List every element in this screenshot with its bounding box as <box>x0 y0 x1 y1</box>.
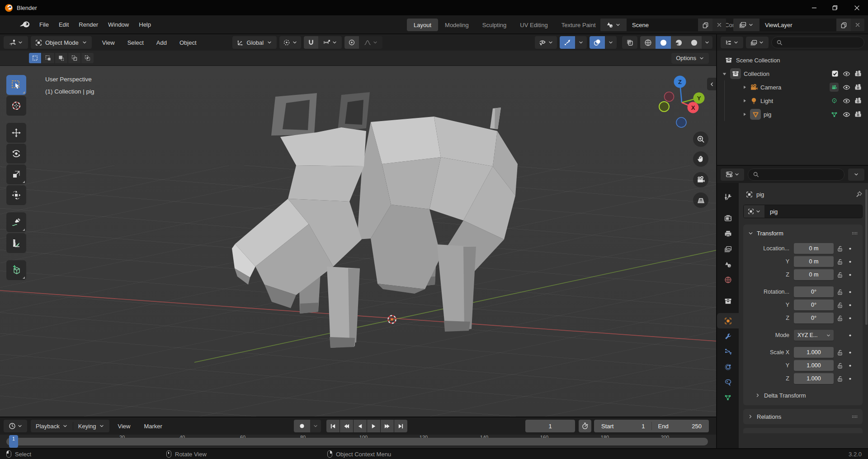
orientation-dropdown[interactable]: Global <box>232 36 277 49</box>
animate-dot[interactable] <box>845 376 854 382</box>
outliner-search-field[interactable] <box>771 37 864 48</box>
options-dropdown[interactable]: Options <box>671 53 709 64</box>
expand-arrow-icon[interactable] <box>742 84 747 90</box>
viewlayer-browse-button[interactable] <box>733 19 760 31</box>
viewlayer-new-button[interactable] <box>836 19 851 31</box>
navigation-gizmo[interactable]: Z Y X <box>656 75 707 132</box>
tab-scene[interactable] <box>717 257 739 272</box>
app-menu-blender-icon[interactable] <box>20 21 30 28</box>
select-mode-intersect[interactable] <box>81 53 94 63</box>
menu-file[interactable]: File <box>34 18 54 31</box>
jump-to-start-button[interactable] <box>326 420 340 432</box>
menu-window[interactable]: Window <box>103 18 134 31</box>
tab-output[interactable] <box>717 226 739 241</box>
hide-eye-toggle[interactable] <box>843 84 850 91</box>
outliner-row-scene-collection[interactable]: Scene Collection <box>717 53 868 67</box>
outliner-row-light[interactable]: Light <box>724 94 868 108</box>
gizmos-dropdown[interactable] <box>575 36 587 49</box>
viewlayer-name-field[interactable]: ViewLayer <box>760 19 836 31</box>
animate-dot[interactable] <box>845 259 854 265</box>
drag-dots-icon[interactable] <box>851 230 858 237</box>
show-gizmos-toggle[interactable] <box>560 36 575 49</box>
tab-object[interactable] <box>717 313 739 328</box>
hide-eye-toggle[interactable] <box>843 70 850 78</box>
tab-layout[interactable]: Layout <box>407 19 438 31</box>
lock-icon[interactable] <box>834 315 845 322</box>
animate-dot[interactable] <box>845 350 854 356</box>
render-visibility-toggle[interactable] <box>854 84 862 91</box>
end-frame-field[interactable]: End250 <box>652 423 709 430</box>
object-name-field[interactable]: pig <box>743 205 863 218</box>
mode-dropdown[interactable]: Object Mode <box>31 36 92 49</box>
properties-options-dropdown[interactable] <box>848 169 864 181</box>
show-overlays-toggle[interactable] <box>590 36 605 49</box>
tab-physics[interactable] <box>717 359 739 375</box>
hide-eye-toggle[interactable] <box>843 97 850 105</box>
menu-view[interactable]: View <box>97 36 120 49</box>
lock-icon[interactable] <box>834 362 845 369</box>
tab-tool[interactable] <box>717 189 739 205</box>
outliner-display-mode-dropdown[interactable] <box>721 37 743 48</box>
scale-z-field[interactable]: 1.000 <box>794 373 834 384</box>
tab-view-layer[interactable] <box>717 241 739 257</box>
snap-settings-dropdown[interactable] <box>318 36 342 49</box>
drag-dots-icon[interactable] <box>851 413 858 420</box>
properties-editor-type-button[interactable] <box>721 169 744 181</box>
select-mode-invert[interactable] <box>68 53 80 63</box>
zoom-view-button[interactable] <box>693 131 708 147</box>
object-visibility-dropdown[interactable] <box>535 36 557 49</box>
menu-help[interactable]: Help <box>134 18 156 31</box>
select-mode-extend[interactable] <box>42 53 54 63</box>
menu-object[interactable]: Object <box>175 36 202 49</box>
tab-render[interactable] <box>717 211 739 226</box>
close-button[interactable] <box>845 0 868 15</box>
properties-search-field[interactable] <box>748 169 844 181</box>
delta-transform-subpanel[interactable]: Delta Transform <box>743 389 863 402</box>
scene-browse-button[interactable] <box>600 19 627 31</box>
menu-marker[interactable]: Marker <box>139 420 167 432</box>
hide-eye-toggle[interactable] <box>843 111 850 118</box>
timeline-scrollbar[interactable] <box>6 438 708 445</box>
start-frame-field[interactable]: Start1 <box>594 423 651 430</box>
tab-uv-editing[interactable]: UV Editing <box>513 19 554 31</box>
menu-edit[interactable]: Edit <box>54 18 74 31</box>
lock-icon[interactable] <box>834 272 845 278</box>
animate-dot[interactable] <box>845 302 854 308</box>
tool-scale[interactable] <box>6 164 26 184</box>
tool-cursor[interactable] <box>6 96 26 116</box>
overlays-dropdown[interactable] <box>605 36 617 49</box>
scene-new-button[interactable] <box>698 19 712 31</box>
sidebar-collapse-arrow[interactable] <box>707 78 716 90</box>
rotation-z-field[interactable]: 0° <box>794 313 834 323</box>
tab-object-data[interactable] <box>717 390 739 405</box>
outliner-row-camera[interactable]: Camera <box>724 80 868 94</box>
perspective-toggle-button[interactable] <box>693 192 708 208</box>
proportional-falloff-dropdown[interactable] <box>359 36 382 49</box>
use-preview-range-toggle[interactable] <box>579 420 591 432</box>
rotation-mode-select[interactable]: XYZ E... <box>794 330 834 341</box>
menu-render[interactable]: Render <box>74 18 103 31</box>
lock-icon[interactable] <box>834 375 845 382</box>
menu-timeline-view[interactable]: View <box>113 420 136 432</box>
render-visibility-toggle[interactable] <box>854 70 862 77</box>
animate-dot[interactable] <box>845 246 854 252</box>
location-z-field[interactable]: 0 m <box>794 269 834 280</box>
autokey-dropdown[interactable] <box>310 420 321 432</box>
scene-unlink-button[interactable] <box>712 19 726 31</box>
lock-icon[interactable] <box>834 349 845 356</box>
tool-add-cube[interactable] <box>6 260 26 280</box>
expand-arrow-icon[interactable] <box>742 98 747 103</box>
viewlayer-remove-button[interactable] <box>851 19 864 31</box>
shading-solid-button[interactable] <box>656 36 671 49</box>
tool-rotate[interactable] <box>6 144 26 164</box>
tab-particles[interactable] <box>717 344 739 359</box>
editor-type-button[interactable] <box>4 36 28 49</box>
menu-playback[interactable]: Playback <box>31 420 73 432</box>
tool-select-box[interactable] <box>6 75 26 95</box>
lock-icon[interactable] <box>834 302 845 309</box>
snap-toggle[interactable] <box>304 36 318 49</box>
xray-toggle[interactable] <box>622 36 637 49</box>
shading-material-button[interactable] <box>671 36 686 49</box>
tab-collection[interactable] <box>717 293 739 309</box>
exclude-checkbox[interactable] <box>831 70 839 77</box>
